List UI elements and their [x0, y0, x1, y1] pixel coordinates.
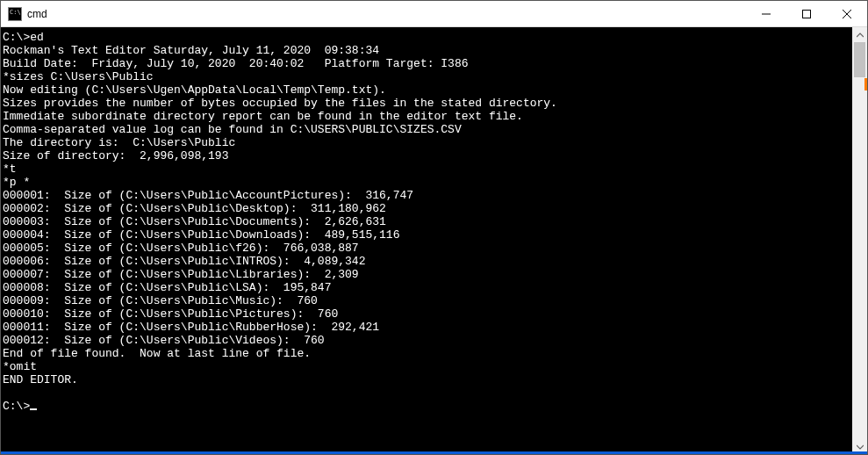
cmd-window: cmd C:\>ed Rockman's Text Editor Saturda… [0, 0, 868, 455]
terminal-line: Sizes provides the number of bytes occup… [3, 97, 557, 110]
vertical-scrollbar[interactable] [852, 27, 867, 454]
terminal-line: *omit [3, 360, 37, 373]
scrollbar-track[interactable] [852, 42, 867, 439]
terminal-line: 000011: Size of (C:\Users\Public\RubberH… [3, 321, 379, 334]
terminal-line: Rockman's Text Editor Saturday, July 11,… [3, 44, 379, 57]
terminal-line: 000006: Size of (C:\Users\Public\INTROS)… [3, 255, 365, 268]
minimize-button[interactable] [746, 1, 786, 26]
edge-marker [864, 78, 867, 90]
terminal-line: 000002: Size of (C:\Users\Public\Desktop… [3, 202, 386, 215]
terminal-line: 000008: Size of (C:\Users\Public\LSA): 1… [3, 281, 331, 294]
cursor [30, 408, 37, 410]
chevron-up-icon [857, 32, 864, 39]
client-area: C:\>ed Rockman's Text Editor Saturday, J… [1, 27, 867, 454]
terminal-line: Build Date: Friday, July 10, 2020 20:40:… [3, 57, 469, 70]
terminal-line: C:\> [3, 400, 30, 413]
terminal-line: Comma-separated value log can be found i… [3, 123, 462, 136]
chevron-down-icon [857, 444, 864, 451]
svg-rect-1 [803, 10, 811, 18]
terminal-line: 000009: Size of (C:\Users\Public\Music):… [3, 294, 318, 307]
titlebar[interactable]: cmd [1, 1, 867, 27]
taskbar-edge [1, 451, 867, 454]
close-icon [843, 10, 851, 18]
terminal-line: End of file found. Now at last line of f… [3, 347, 311, 360]
terminal-line: *sizes C:\Users\Public [3, 70, 154, 83]
window-controls [746, 1, 867, 26]
terminal-line: 000005: Size of (C:\Users\Public\f26): 7… [3, 242, 359, 255]
terminal-line: 000003: Size of (C:\Users\Public\Documen… [3, 215, 386, 228]
terminal-line: C:\>ed [3, 31, 44, 44]
terminal-line: 000012: Size of (C:\Users\Public\Videos)… [3, 334, 325, 347]
minimize-icon [762, 10, 771, 18]
terminal-line: *t [3, 162, 17, 176]
window-title: cmd [27, 8, 746, 20]
cmd-icon [8, 7, 22, 21]
terminal-line: 000004: Size of (C:\Users\Public\Downloa… [3, 228, 399, 242]
maximize-icon [802, 10, 811, 18]
terminal-line: Size of directory: 2,996,098,193 [3, 149, 228, 162]
terminal-line: Immediate subordinate directory report c… [3, 110, 523, 123]
terminal-line: 000007: Size of (C:\Users\Public\Librari… [3, 268, 359, 281]
terminal-line: The directory is: C:\Users\Public [3, 136, 235, 149]
terminal-line: END EDITOR. [3, 373, 78, 386]
terminal-line: *p * [3, 176, 30, 189]
maximize-button[interactable] [786, 1, 827, 26]
terminal-line: Now editing (C:\Users\Ugen\AppData\Local… [3, 83, 386, 97]
terminal-output[interactable]: C:\>ed Rockman's Text Editor Saturday, J… [1, 27, 852, 454]
terminal-line: 000001: Size of (C:\Users\Public\Account… [3, 189, 413, 202]
scroll-up-button[interactable] [852, 27, 867, 42]
scrollbar-thumb[interactable] [854, 42, 865, 77]
close-button[interactable] [827, 1, 867, 26]
terminal-line: 000010: Size of (C:\Users\Public\Picture… [3, 307, 338, 321]
